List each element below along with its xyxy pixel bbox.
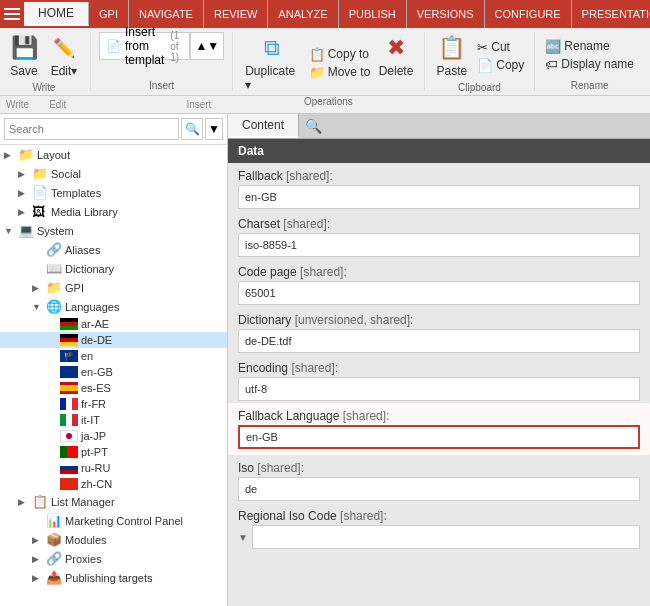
- tab-versions[interactable]: VERSIONS: [407, 0, 485, 28]
- flag-ru: [60, 462, 78, 474]
- tab-configure[interactable]: CONFIGURE: [485, 0, 572, 28]
- sidebar-item-publishing-targets[interactable]: ▶ 📤 Publishing targets: [0, 568, 227, 587]
- book-icon: 📖: [46, 261, 62, 276]
- sidebar-item-system[interactable]: ▼ 💻 System: [0, 221, 227, 240]
- field-encoding: Encoding [shared]:: [228, 355, 650, 403]
- regional-iso-row: ▼: [238, 525, 640, 549]
- iso-tag: [shared]:: [257, 461, 304, 475]
- chart-icon: 📊: [46, 513, 62, 528]
- sidebar-item-fr-fr[interactable]: fr-FR: [0, 396, 227, 412]
- search-button[interactable]: 🔍: [181, 118, 203, 140]
- tab-gpi[interactable]: GPI: [89, 0, 129, 28]
- sidebar-item-ja-jp[interactable]: ja-JP: [0, 428, 227, 444]
- copy-button[interactable]: 📄 Copy: [475, 57, 526, 74]
- duplicate-icon: ⧉: [258, 34, 286, 62]
- data-section-header: Data: [228, 139, 650, 163]
- folder-icon: 📁: [46, 280, 62, 295]
- arrow-icon: ▶: [4, 150, 18, 160]
- fallback-label: Fallback: [238, 169, 286, 183]
- sidebar-item-languages[interactable]: ▼ 🌐 Languages: [0, 297, 227, 316]
- flag-cn: [60, 478, 78, 490]
- codepage-label: Code page: [238, 265, 300, 279]
- fallback-language-label: Fallback Language: [238, 409, 343, 423]
- sidebar-item-ru-ru[interactable]: ru-RU: [0, 460, 227, 476]
- sidebar-item-en[interactable]: 🏴 en: [0, 348, 227, 364]
- sidebar-item-pt-pt[interactable]: pt-PT: [0, 444, 227, 460]
- iso-label: Iso: [238, 461, 257, 475]
- field-regional-iso: Regional Iso Code [shared]: ▼: [228, 503, 650, 551]
- tab-navigate[interactable]: NAVIGATE: [129, 0, 204, 28]
- insert-template-arrow[interactable]: ▲ ▼: [190, 32, 224, 60]
- content-tabs: Content 🔍: [228, 114, 650, 139]
- fallback-language-input[interactable]: [238, 425, 640, 449]
- fallback-language-tag: [shared]:: [343, 409, 390, 423]
- tab-presentation[interactable]: PRESENTATION: [572, 0, 650, 28]
- module-icon: 📦: [46, 532, 62, 547]
- insert-template-button[interactable]: 📄 Insert from templat (1 of 1): [99, 32, 190, 60]
- display-name-icon: 🏷: [545, 57, 558, 72]
- sidebar-item-it-it[interactable]: it-IT: [0, 412, 227, 428]
- encoding-input[interactable]: [238, 377, 640, 401]
- ribbon-operations-buttons: ⧉ Duplicate ▾ 📋 Copy to 📁 Move to ✖ Dele…: [241, 32, 415, 94]
- iso-input[interactable]: [238, 477, 640, 501]
- tab-publish[interactable]: PUBLISH: [339, 0, 407, 28]
- dictionary-tag: [unversioned, shared]:: [295, 313, 414, 327]
- sidebar-item-en-gb[interactable]: en-GB: [0, 364, 227, 380]
- sidebar-item-ar-ae[interactable]: ar-AE: [0, 316, 227, 332]
- arrow-icon: ▶: [18, 207, 32, 217]
- paste-button[interactable]: 📋 Paste: [433, 32, 472, 80]
- regional-iso-input[interactable]: [252, 525, 640, 549]
- sidebar-item-marketing[interactable]: 📊 Marketing Control Panel: [0, 511, 227, 530]
- tab-search-button[interactable]: 🔍: [299, 114, 327, 138]
- sidebar-item-dictionary[interactable]: 📖 Dictionary: [0, 259, 227, 278]
- flag-jp: [60, 430, 78, 442]
- cut-button[interactable]: ✂ Cut: [475, 39, 526, 56]
- save-button[interactable]: 💾 Save: [6, 32, 42, 80]
- delete-button[interactable]: ✖ Delete: [376, 32, 415, 80]
- sidebar-item-templates[interactable]: ▶ 📄 Templates: [0, 183, 227, 202]
- duplicate-button[interactable]: ⧉ Duplicate ▾: [241, 32, 302, 94]
- copy-icon: 📄: [477, 58, 493, 73]
- sidebar-item-proxies[interactable]: ▶ 🔗 Proxies: [0, 549, 227, 568]
- sidebar-item-modules[interactable]: ▶ 📦 Modules: [0, 530, 227, 549]
- publish-icon: 📤: [46, 570, 62, 585]
- fallback-input[interactable]: [238, 185, 640, 209]
- folder-icon: 📁: [18, 147, 34, 162]
- field-iso: Iso [shared]:: [228, 455, 650, 503]
- fallback-tag: [shared]:: [286, 169, 333, 183]
- display-name-button[interactable]: 🏷 Display name: [543, 56, 636, 73]
- search-dropdown-button[interactable]: ▼: [205, 118, 223, 140]
- tab-analyze[interactable]: ANALYZE: [268, 0, 338, 28]
- sidebar-item-list-manager[interactable]: ▶ 📋 List Manager: [0, 492, 227, 511]
- charset-input[interactable]: [238, 233, 640, 257]
- rename-button[interactable]: 🔤 Rename: [543, 38, 636, 55]
- sidebar-item-de-de[interactable]: de-DE: [0, 332, 227, 348]
- hamburger-menu[interactable]: [4, 2, 20, 26]
- sidebar-item-es-es[interactable]: es-ES: [0, 380, 227, 396]
- scissors-icon: ✂: [477, 40, 488, 55]
- tab-home[interactable]: HOME: [24, 2, 89, 26]
- codepage-input[interactable]: [238, 281, 640, 305]
- move-to-button[interactable]: 📁 Move to: [307, 64, 373, 81]
- copy-label: Copy: [496, 58, 524, 72]
- dictionary-input[interactable]: [238, 329, 640, 353]
- flag-pt: [60, 446, 78, 458]
- field-charset: Charset [shared]:: [228, 211, 650, 259]
- sidebar-item-aliases[interactable]: 🔗 Aliases: [0, 240, 227, 259]
- sidebar-item-social[interactable]: ▶ 📁 Social: [0, 164, 227, 183]
- sidebar-item-zh-cn[interactable]: zh-CN: [0, 476, 227, 492]
- delete-icon: ✖: [382, 34, 410, 62]
- tab-review[interactable]: REVIEW: [204, 0, 268, 28]
- expand-icon: ▼: [238, 532, 248, 543]
- search-bar: 🔍 ▼: [0, 114, 227, 145]
- sidebar-item-layout[interactable]: ▶ 📁 Layout: [0, 145, 227, 164]
- tab-content[interactable]: Content: [228, 114, 299, 138]
- edit-button[interactable]: ✏️ Edit▾: [46, 32, 82, 80]
- ribbon-rename-group: 🔤 Rename 🏷 Display name Rename: [543, 32, 644, 91]
- search-input[interactable]: [4, 118, 179, 140]
- copy-to-button[interactable]: 📋 Copy to: [307, 46, 373, 63]
- ribbon-write-buttons: 💾 Save ✏️ Edit▾: [6, 32, 82, 80]
- sidebar-item-gpi[interactable]: ▶ 📁 GPI: [0, 278, 227, 297]
- sidebar-item-media-library[interactable]: ▶ 🖼 Media Library: [0, 202, 227, 221]
- arrow-icon: ▶: [32, 283, 46, 293]
